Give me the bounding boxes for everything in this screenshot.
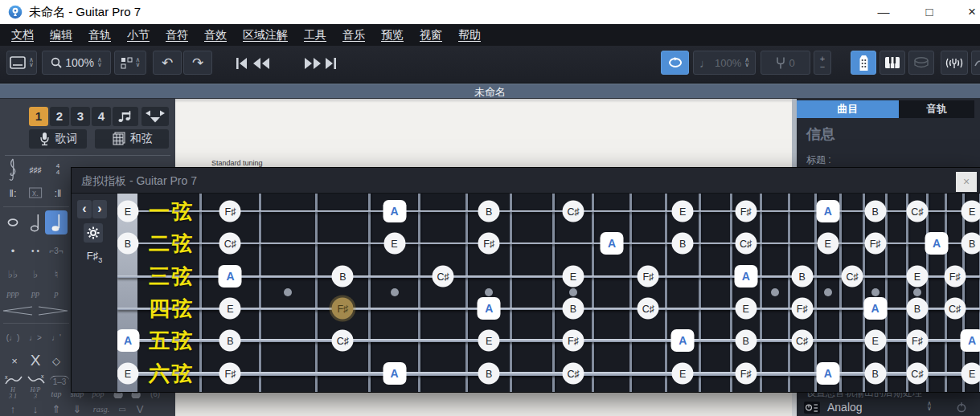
repeat-close-icon[interactable]: :‖ xyxy=(55,187,62,199)
menu-item-10[interactable]: 视窗 xyxy=(412,28,450,43)
slide-down-icon[interactable]: x xyxy=(27,372,47,386)
page-layout-button[interactable]: ∧∨ xyxy=(6,51,37,75)
staccato-icon[interactable]: ♩' xyxy=(51,333,61,342)
root-note-marker[interactable]: A xyxy=(671,329,695,352)
rewind-button[interactable] xyxy=(252,56,270,71)
transpose-stepper[interactable]: + − xyxy=(814,51,831,75)
undo-button[interactable]: ↶ xyxy=(153,51,182,75)
fretboard[interactable]: EF♯ABC♯EF♯ABC♯EBC♯EF♯ABC♯EF♯ABABC♯EF♯ABC… xyxy=(117,194,980,392)
prev-beat-button[interactable]: ‹ xyxy=(77,200,92,218)
note-marker[interactable]: C♯ xyxy=(907,201,929,222)
note-marker[interactable]: F♯ xyxy=(791,298,813,320)
note-marker[interactable]: C♯ xyxy=(219,233,241,255)
p-dynamic-icon[interactable]: p xyxy=(55,289,59,298)
note-marker[interactable]: B xyxy=(962,233,980,255)
note-marker[interactable]: B xyxy=(907,298,929,320)
virtual-fretboard-window[interactable]: 虚拟指板 - Guitar Pro 7 × ‹ › F♯3 EF♯ABC♯EF♯… xyxy=(71,167,980,393)
note-marker[interactable]: C♯ xyxy=(332,330,354,352)
crescendo-icon[interactable] xyxy=(2,306,34,316)
guitar-string[interactable] xyxy=(117,339,980,342)
double-dotted-note-icon[interactable]: • • xyxy=(31,247,39,255)
rasgueado-icon[interactable]: rasg. xyxy=(93,405,109,414)
harmonic-icon[interactable]: ◇ xyxy=(52,355,60,367)
line-in-button[interactable] xyxy=(971,51,980,75)
ppp-dynamic-icon[interactable]: ppp xyxy=(7,289,19,298)
root-note-marker[interactable]: A xyxy=(961,329,980,352)
note-marker[interactable]: F♯ xyxy=(735,201,757,222)
note-marker[interactable]: E xyxy=(962,363,980,385)
close-button[interactable]: × xyxy=(958,2,980,22)
menu-item-4[interactable]: 音符 xyxy=(158,28,196,43)
vibrato-icon[interactable]: V xyxy=(137,403,144,415)
chords-button[interactable]: 和弦 xyxy=(95,129,169,149)
note-marker[interactable]: C♯ xyxy=(944,298,966,320)
root-note-marker[interactable]: A xyxy=(816,200,839,222)
note-marker[interactable]: F♯ xyxy=(478,233,500,255)
root-note-marker[interactable]: A xyxy=(478,297,501,320)
note-marker[interactable]: B xyxy=(117,233,139,255)
heavy-accent-icon[interactable]: × xyxy=(11,355,18,367)
natural-icon[interactable]: ♮ xyxy=(55,268,59,280)
note-marker[interactable]: F♯ xyxy=(735,363,757,385)
note-marker[interactable]: F♯ xyxy=(907,330,929,352)
note-marker[interactable]: B xyxy=(864,363,886,385)
simile-mark-icon[interactable]: x. xyxy=(29,188,42,198)
lyrics-button[interactable]: 歌词 xyxy=(29,129,87,149)
note-marker[interactable]: B xyxy=(563,298,584,320)
voice-2-button[interactable]: 2 xyxy=(50,107,69,126)
menu-item-8[interactable]: 音乐 xyxy=(334,28,373,43)
note-marker[interactable]: C♯ xyxy=(735,233,757,255)
root-note-marker[interactable]: A xyxy=(117,329,140,352)
flat-icon[interactable]: ♭ xyxy=(33,268,38,280)
root-note-marker[interactable]: A xyxy=(925,232,949,255)
minus-icon[interactable]: − xyxy=(820,63,825,71)
note-marker[interactable]: E xyxy=(672,363,694,385)
root-note-marker[interactable]: A xyxy=(734,265,757,288)
decrescendo-icon[interactable] xyxy=(37,306,69,316)
tuner-button[interactable] xyxy=(941,51,968,75)
note-marker[interactable]: F♯ xyxy=(638,266,659,288)
fretboard-view-button[interactable] xyxy=(851,51,876,75)
note-marker[interactable]: C♯ xyxy=(563,201,584,222)
hammer-pull-icon[interactable]: H/P 3 xyxy=(31,387,41,400)
menu-item-6[interactable]: 区域注解 xyxy=(235,28,296,43)
power-icon[interactable] xyxy=(956,402,967,413)
guitar-string[interactable] xyxy=(117,243,980,244)
voice-4-button[interactable]: 4 xyxy=(92,107,111,126)
menu-item-5[interactable]: 音效 xyxy=(196,28,235,43)
zoom-control[interactable]: 100% ∧∨ xyxy=(42,51,111,75)
multivoice-button[interactable] xyxy=(113,107,138,126)
note-marker[interactable]: B xyxy=(791,266,813,288)
document-tab[interactable]: 未命名 xyxy=(474,86,506,98)
menu-item-7[interactable]: 工具 xyxy=(296,28,334,43)
note-marker[interactable]: C♯ xyxy=(638,298,659,320)
key-signature-icon[interactable]: ♯♯♯ xyxy=(30,165,42,174)
quarter-note-icon[interactable] xyxy=(45,210,68,235)
time-signature-icon[interactable]: 4 4 xyxy=(56,163,59,176)
menu-item-11[interactable]: 帮助 xyxy=(450,28,489,43)
tab-track[interactable]: 音轨 xyxy=(899,100,974,118)
active-note-marker[interactable]: F♯ xyxy=(332,298,354,320)
fast-forward-button[interactable] xyxy=(304,56,322,71)
note-marker[interactable]: C♯ xyxy=(433,266,454,288)
pickstroke-icon[interactable]: ▭ xyxy=(118,405,125,414)
relative-speed-control[interactable]: ♩ 100% ∧∨ xyxy=(693,51,756,75)
voice-1-button[interactable]: 1 xyxy=(29,107,48,126)
note-marker[interactable]: B xyxy=(478,201,500,222)
whole-note-icon[interactable] xyxy=(7,218,19,226)
hammer-on-icon[interactable]: H 3 1 xyxy=(9,387,17,400)
note-marker[interactable]: F♯ xyxy=(864,233,886,255)
note-marker[interactable]: E xyxy=(735,298,757,320)
go-to-end-button[interactable] xyxy=(323,56,338,71)
note-marker[interactable]: E xyxy=(817,233,839,255)
menu-item-9[interactable]: 预览 xyxy=(373,28,412,43)
brush-up-icon[interactable]: ⇑ xyxy=(52,403,61,415)
zoom-spinner[interactable]: ∧∨ xyxy=(97,58,102,67)
note-marker[interactable]: E xyxy=(117,363,139,385)
dead-note-icon[interactable]: X xyxy=(31,352,41,369)
speed-spinner[interactable]: ∧∨ xyxy=(744,58,749,67)
tap-icon[interactable]: tap xyxy=(51,389,62,398)
loop-button[interactable] xyxy=(661,51,689,75)
note-marker[interactable]: E xyxy=(383,233,405,255)
keyboard-view-button[interactable] xyxy=(880,51,905,75)
